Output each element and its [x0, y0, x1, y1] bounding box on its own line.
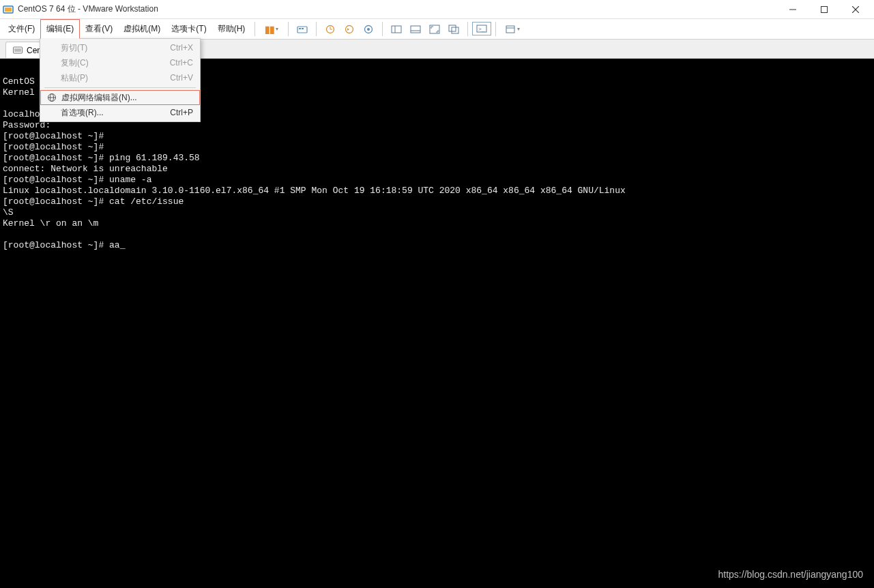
menu-item-shortcut: Ctrl+C	[170, 58, 193, 68]
menu-item-label: 复制(C)	[58, 57, 170, 69]
vm-tab-icon	[13, 46, 23, 55]
menu-item-copy[interactable]: 复制(C) Ctrl+C	[40, 55, 200, 70]
svg-rect-6	[297, 27, 307, 33]
stretch-guest-button[interactable]: ▾	[500, 19, 525, 39]
window-title: CentOS 7 64 位 - VMware Workstation	[18, 3, 158, 15]
watermark-text: https://blog.csdn.net/jiangyang100	[718, 569, 864, 580]
terminal-line: Kernel \r on an \m	[3, 218, 98, 229]
svg-rect-27	[14, 48, 21, 52]
svg-point-14	[367, 28, 370, 31]
menu-item-preferences[interactable]: 首选项(R)... Ctrl+P	[40, 105, 200, 120]
window-controls	[777, 0, 871, 19]
pause-icon: ▮▮	[265, 24, 274, 35]
svg-text:>_: >_	[478, 26, 485, 32]
svg-rect-20	[449, 25, 456, 31]
close-button[interactable]	[840, 0, 871, 19]
menu-bar: 文件(F) 编辑(E) 查看(V) 虚拟机(M) 选项卡(T) 帮助(H) ▮▮…	[0, 19, 874, 40]
menu-tabs[interactable]: 选项卡(T)	[166, 19, 212, 39]
toolbar-separator	[467, 22, 468, 36]
menu-view[interactable]: 查看(V)	[80, 19, 118, 39]
edit-dropdown-menu: 剪切(T) Ctrl+X 复制(C) Ctrl+C 粘贴(P) Ctrl+V 虚…	[40, 38, 201, 122]
toolbar-separator	[495, 22, 496, 36]
menu-edit[interactable]: 编辑(E)	[40, 19, 80, 39]
unity-button[interactable]	[444, 19, 463, 39]
menu-item-label: 虚拟网络编辑器(N)...	[59, 92, 192, 104]
chevron-down-icon: ▾	[517, 26, 520, 32]
svg-rect-21	[452, 27, 458, 33]
terminal-line: [root@localhost ~]# cat /etc/issue	[3, 196, 184, 207]
globe-icon	[45, 93, 59, 102]
menu-item-shortcut: Ctrl+X	[170, 43, 193, 53]
view-thumbnail-button[interactable]	[406, 19, 425, 39]
terminal-line: \S	[3, 207, 14, 218]
menu-item-label: 粘贴(P)	[58, 72, 170, 84]
menu-item-label: 剪切(T)	[58, 42, 170, 54]
svg-rect-1	[5, 8, 12, 12]
svg-rect-3	[821, 6, 828, 12]
menu-item-paste[interactable]: 粘贴(P) Ctrl+V	[40, 70, 200, 85]
suspend-button[interactable]: ▮▮▾	[259, 19, 284, 39]
svg-rect-7	[299, 28, 301, 29]
menu-item-cut[interactable]: 剪切(T) Ctrl+X	[40, 40, 200, 55]
menu-item-label: 首选项(R)...	[58, 107, 170, 119]
terminal-line: [root@localhost ~]# aa_	[3, 240, 125, 250]
svg-rect-15	[392, 26, 401, 33]
snapshot-manager-button[interactable]	[359, 19, 378, 39]
vmware-app-icon	[3, 4, 14, 15]
menu-help[interactable]: 帮助(H)	[212, 19, 251, 39]
terminal-line: CentOS	[3, 76, 40, 87]
menu-separator	[44, 87, 196, 88]
title-bar: CentOS 7 64 位 - VMware Workstation	[0, 0, 874, 19]
toolbar-separator	[316, 22, 317, 36]
snapshot-take-button[interactable]	[321, 19, 340, 39]
send-ctrl-alt-del-button[interactable]	[293, 19, 312, 39]
chevron-down-icon: ▾	[276, 26, 278, 32]
menu-vm[interactable]: 虚拟机(M)	[118, 19, 166, 39]
terminal-line: connect: Network is unreachable	[3, 164, 168, 174]
toolbar-separator	[254, 22, 255, 36]
terminal-line: [root@localhost ~]# ping 61.189.43.58	[3, 153, 200, 163]
view-single-button[interactable]	[387, 19, 406, 39]
fullscreen-button[interactable]	[425, 19, 444, 39]
console-view-button[interactable]: >_	[472, 22, 491, 35]
terminal-line: localho	[3, 109, 40, 119]
terminal-line: [root@localhost ~]#	[3, 131, 104, 141]
toolbar-separator	[382, 22, 383, 36]
svg-rect-24	[506, 26, 514, 33]
minimize-button[interactable]	[777, 0, 809, 19]
menu-item-shortcut: Ctrl+P	[170, 108, 193, 117]
terminal-line: Linux localhost.localdomain 3.10.0-1160.…	[3, 186, 626, 196]
maximize-button[interactable]	[809, 0, 840, 19]
terminal-line: [root@localhost ~]# uname -a	[3, 175, 151, 185]
terminal-console[interactable]: CentOS Kernel 86_64 localho Password: [r…	[0, 59, 874, 588]
snapshot-revert-button[interactable]	[340, 19, 359, 39]
terminal-line: [root@localhost ~]#	[3, 142, 104, 152]
menu-item-virtual-network-editor[interactable]: 虚拟网络编辑器(N)...	[40, 90, 200, 105]
menu-item-shortcut: Ctrl+V	[170, 73, 193, 83]
svg-rect-8	[302, 28, 304, 29]
toolbar-separator	[288, 22, 289, 36]
svg-rect-17	[411, 26, 420, 33]
menu-file[interactable]: 文件(F)	[3, 19, 40, 39]
